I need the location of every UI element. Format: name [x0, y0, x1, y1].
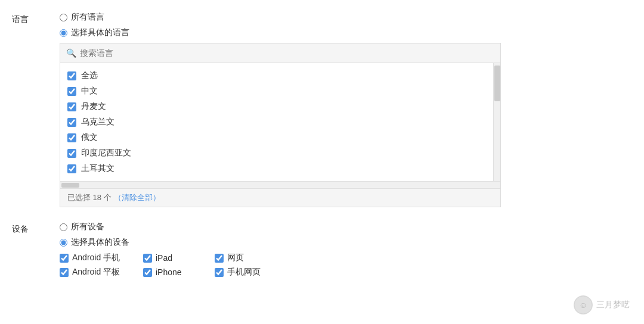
svg-text:☺: ☺ [579, 300, 587, 310]
language-section: 语言 所有语言 选择具体的语言 🔍 [12, 12, 620, 207]
device-checkbox-android-phone[interactable] [60, 254, 69, 263]
search-icon: 🔍 [66, 48, 76, 58]
device-label-mobile-webpage: 手机网页 [227, 267, 261, 278]
language-status-bar: 已选择 18 个 （清除全部） [60, 188, 500, 207]
device-label-webpage: 网页 [227, 253, 244, 263]
device-label-ipad: iPad [156, 253, 172, 263]
language-clear-all-link[interactable]: （清除全部） [114, 192, 160, 203]
lang-label-zh: 中文 [81, 86, 98, 96]
device-label-android-phone: Android 手机 [72, 253, 120, 263]
radio-specific-languages[interactable]: 选择具体的语言 [60, 27, 620, 38]
content-area: 语言 所有语言 选择具体的语言 🔍 [0, 0, 644, 324]
lang-item-uk[interactable]: 乌克兰文 [60, 114, 493, 130]
device-android-tablet[interactable]: Android 平板 [60, 267, 143, 278]
device-label: 设备 [12, 222, 60, 235]
device-label-android-tablet: Android 平板 [72, 267, 120, 278]
device-ipad[interactable]: iPad [143, 253, 215, 263]
lang-label-uk: 乌克兰文 [81, 117, 114, 127]
lang-checkbox-ru[interactable] [67, 133, 76, 142]
radio-specific-devices[interactable]: 选择具体的设备 [60, 237, 620, 248]
radio-specific-languages-input[interactable] [60, 29, 67, 37]
radio-all-devices-label: 所有设备 [71, 222, 104, 232]
device-iphone[interactable]: iPhone [143, 267, 215, 278]
lang-item-zh[interactable]: 中文 [60, 83, 493, 99]
radio-all-languages[interactable]: 所有语言 [60, 12, 620, 23]
lang-checkbox-all[interactable] [67, 71, 76, 80]
device-checkbox-iphone[interactable] [143, 268, 152, 277]
lang-label-da: 丹麦文 [81, 101, 106, 112]
lang-item-tr[interactable]: 土耳其文 [60, 161, 493, 176]
lang-item-id[interactable]: 印度尼西亚文 [60, 145, 493, 161]
radio-all-devices[interactable]: 所有设备 [60, 222, 620, 232]
page-wrapper: 语言 所有语言 选择具体的语言 🔍 [0, 0, 644, 324]
radio-all-languages-label: 所有语言 [71, 12, 104, 23]
watermark: ☺ 三月梦呓 [574, 295, 630, 314]
language-search-input[interactable] [80, 48, 494, 58]
language-status-text: 已选择 18 个 [67, 192, 112, 203]
device-webpage[interactable]: 网页 [215, 253, 274, 263]
lang-checkbox-tr[interactable] [67, 164, 76, 173]
device-label-iphone: iPhone [156, 267, 182, 277]
watermark-icon: ☺ [574, 295, 593, 314]
language-scrollbar-thumb[interactable] [494, 66, 500, 101]
lang-checkbox-zh[interactable] [67, 87, 76, 96]
radio-specific-devices-input[interactable] [60, 239, 67, 247]
lang-checkbox-id[interactable] [67, 149, 76, 158]
watermark-text: 三月梦呓 [596, 300, 630, 310]
device-checkbox-mobile-webpage[interactable] [215, 268, 224, 277]
device-mobile-webpage[interactable]: 手机网页 [215, 267, 274, 278]
lang-label-id: 印度尼西亚文 [81, 148, 131, 158]
device-checkboxes-grid: Android 手机 iPad 网页 Android 平板 [60, 253, 620, 278]
lang-label-ru: 俄文 [81, 132, 98, 143]
language-content: 所有语言 选择具体的语言 🔍 [60, 12, 620, 207]
language-checkbox-list: 全选 中文 丹麦文 乌 [60, 63, 493, 181]
device-checkbox-webpage[interactable] [215, 254, 224, 263]
language-h-scrollbar[interactable] [60, 181, 500, 188]
radio-all-devices-input[interactable] [60, 223, 67, 231]
radio-all-languages-input[interactable] [60, 14, 67, 21]
lang-item-all[interactable]: 全选 [60, 68, 493, 83]
lang-item-da[interactable]: 丹麦文 [60, 99, 493, 114]
language-scrollbar-track[interactable] [493, 63, 500, 181]
language-label: 语言 [12, 12, 60, 25]
lang-checkbox-uk[interactable] [67, 118, 76, 127]
lang-checkbox-da[interactable] [67, 102, 76, 111]
language-search-row: 🔍 [60, 43, 500, 63]
device-android-phone[interactable]: Android 手机 [60, 253, 143, 263]
lang-item-ru[interactable]: 俄文 [60, 130, 493, 145]
radio-specific-languages-label: 选择具体的语言 [71, 27, 129, 38]
device-checkbox-ipad[interactable] [143, 254, 152, 263]
radio-specific-devices-label: 选择具体的设备 [71, 237, 129, 248]
language-checkbox-list-wrapper: 全选 中文 丹麦文 乌 [60, 63, 500, 181]
device-section: 设备 所有设备 选择具体的设备 Android 手机 [12, 222, 620, 278]
lang-label-all: 全选 [81, 70, 98, 81]
watermark-svg: ☺ [574, 295, 593, 314]
device-checkbox-android-tablet[interactable] [60, 268, 69, 277]
device-content: 所有设备 选择具体的设备 Android 手机 iPad [60, 222, 620, 278]
language-h-scrollbar-thumb[interactable] [61, 183, 79, 188]
lang-label-tr: 土耳其文 [81, 163, 114, 174]
language-box: 🔍 全选 中文 [60, 43, 501, 207]
